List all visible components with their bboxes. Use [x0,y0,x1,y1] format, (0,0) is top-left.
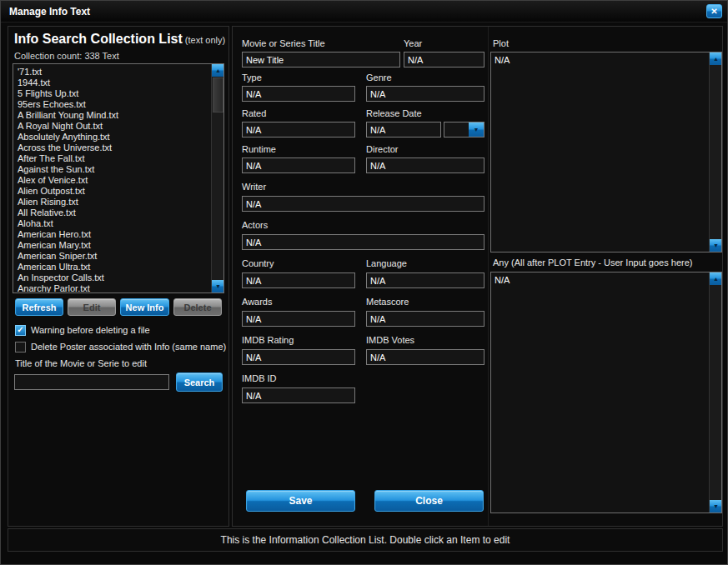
genre-label: Genre [366,72,392,82]
delete-button[interactable]: Delete [173,298,222,316]
warning-checkbox[interactable]: ✓ [15,325,26,336]
runtime-label: Runtime [242,144,276,154]
list-item[interactable]: Anarchy Parlor.txt [15,283,211,292]
arrow-down-icon: ▼ [713,242,719,248]
scroll-up-button[interactable]: ▲ [710,272,722,285]
file-list-scrollbar[interactable]: ▲ ▼ [211,64,223,292]
language-label: Language [366,258,407,268]
poster-checkbox-row: ✓ Delete Poster associated with Info (sa… [15,341,226,352]
check-icon: ✓ [17,326,23,334]
list-item[interactable]: Aloha.txt [15,218,211,229]
plot-textarea[interactable]: N/A [491,52,709,252]
scroll-down-button[interactable]: ▼ [710,500,722,512]
arrow-up-icon: ▲ [713,56,719,62]
scroll-up-button[interactable]: ▲ [212,64,224,77]
collection-list-heading: Info Search Collection List (text only) [14,32,225,47]
window-close-button[interactable]: ✕ [706,4,722,18]
metascore-label: Metascore [366,297,409,307]
list-item[interactable]: Absolutely Anything.txt [15,132,211,142]
list-item[interactable]: '71.txt [15,67,211,78]
list-item[interactable]: American Hero.txt [15,229,211,240]
list-item[interactable]: Alex of Venice.txt [15,175,211,186]
any-label: Any (All after PLOT Entry - User Input g… [493,258,692,268]
list-item[interactable]: 95ers Echoes.txt [15,99,211,110]
poster-checkbox-label: Delete Poster associated with Info (same… [31,342,226,352]
list-item[interactable]: An Inspector Calls.txt [15,272,211,283]
warning-checkbox-row: ✓ Warning before deleting a file [15,324,150,336]
collection-list-heading-note: (text only) [183,35,225,45]
list-item[interactable]: Against the Sun.txt [15,164,211,175]
close-button[interactable]: Close [374,490,484,512]
arrow-up-icon: ▲ [713,276,719,282]
imdb-rating-input[interactable] [242,349,355,365]
status-bar: This is the Information Collection List.… [8,528,723,552]
combo-dropdown-button[interactable]: ▼ [469,122,484,137]
release-date-input[interactable] [366,122,441,138]
edit-button[interactable]: Edit [68,298,116,316]
list-item[interactable]: 5 Flights Up.txt [15,88,211,99]
imdb-id-label: IMDB ID [242,373,277,383]
imdb-votes-input[interactable] [366,349,484,365]
list-item[interactable]: After The Fall.txt [15,153,211,164]
list-item[interactable]: Across the Universe.txt [15,142,211,153]
titlebar: Manage Info Text ✕ [1,1,727,22]
list-item[interactable]: 1944.txt [15,78,211,88]
awards-label: Awards [242,297,272,307]
writer-input[interactable] [242,196,484,212]
close-icon: ✕ [710,7,717,16]
poster-checkbox[interactable]: ✓ [15,342,26,352]
any-box: N/A ▲ ▼ [490,272,722,513]
release-date-combo[interactable]: ▼ [444,122,484,138]
arrow-down-icon: ▼ [713,503,719,509]
type-input[interactable] [242,86,355,102]
awards-input[interactable] [242,311,355,327]
rated-input[interactable] [242,122,355,138]
imdb-id-input[interactable] [242,388,355,403]
release-date-label: Release Date [366,108,422,118]
list-item[interactable]: American Mary.txt [15,240,211,251]
search-button[interactable]: Search [176,372,223,392]
list-item[interactable]: A Brilliant Young Mind.txt [15,110,211,121]
actors-input[interactable] [242,234,484,250]
list-item[interactable]: A Royal Night Out.txt [15,121,211,132]
window-title: Manage Info Text [9,6,90,18]
genre-input[interactable] [366,86,484,102]
list-item[interactable]: Alien Rising.txt [15,197,211,208]
refresh-button[interactable]: Refresh [15,298,63,316]
actors-label: Actors [242,220,268,230]
rated-label: Rated [242,108,266,118]
list-item[interactable]: Alien Outpost.txt [15,186,211,197]
new-info-button[interactable]: New Info [120,298,169,316]
scroll-up-button[interactable]: ▲ [710,52,722,65]
collection-list-heading-text: Info Search Collection List [14,32,183,46]
form-plot-divider [488,27,489,526]
search-input[interactable] [14,374,169,390]
list-item[interactable]: All Relative.txt [15,208,211,218]
writer-label: Writer [242,182,266,192]
search-title-label: Title of the Movie or Serie to edit [15,358,147,368]
plot-box: N/A ▲ ▼ [490,52,722,252]
any-scrollbar[interactable]: ▲ ▼ [709,272,721,512]
year-label: Year [404,38,422,48]
language-input[interactable] [366,272,484,288]
arrow-down-icon: ▼ [215,283,221,289]
scroll-down-button[interactable]: ▼ [212,280,224,292]
scrollbar-thumb[interactable] [213,78,223,112]
list-item[interactable]: American Ultra.txt [15,262,211,272]
manage-info-text-window: Manage Info Text ✕ Info Search Collectio… [0,0,728,565]
title-input[interactable] [242,52,400,68]
director-input[interactable] [366,158,484,173]
year-input[interactable] [404,52,484,68]
scroll-down-button[interactable]: ▼ [710,239,722,252]
title-label: Movie or Series Title [242,38,325,48]
save-button[interactable]: Save [246,490,355,512]
collection-count: Collection count: 338 Text [14,51,119,61]
metascore-input[interactable] [366,311,484,327]
country-input[interactable] [242,272,355,288]
plot-scrollbar[interactable]: ▲ ▼ [709,52,721,252]
runtime-input[interactable] [242,158,355,173]
list-item[interactable]: American Sniper.txt [15,251,211,262]
director-label: Director [366,144,399,154]
any-textarea[interactable]: N/A [491,272,709,512]
info-form-panel: Movie or Series Title Year Type Genre Ra… [232,26,723,527]
